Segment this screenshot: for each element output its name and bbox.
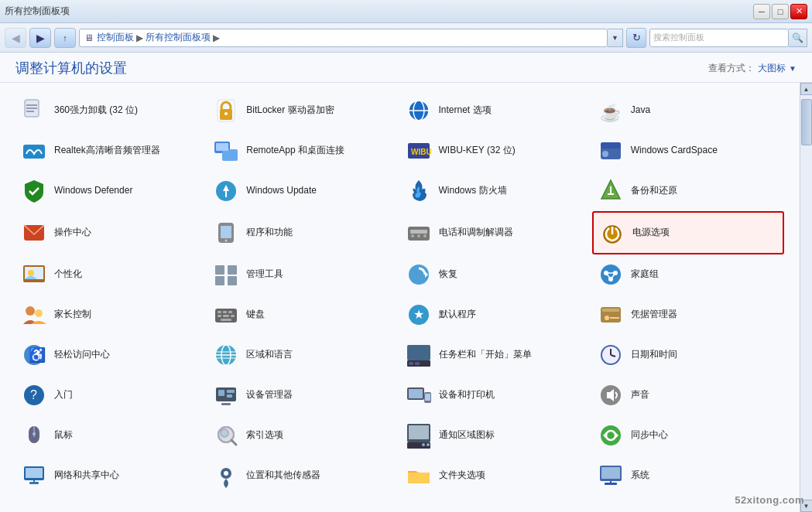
svg-point-115 bbox=[224, 471, 228, 476]
address-dropdown[interactable]: ▼ bbox=[608, 29, 623, 47]
breadcrumb-2[interactable]: 所有控制面板项 bbox=[146, 31, 211, 44]
svg-rect-118 bbox=[605, 483, 617, 485]
item-network[interactable]: 网络和共享中心 bbox=[15, 456, 207, 496]
item-remoteapp[interactable]: RemoteApp 和桌面连接 bbox=[207, 131, 399, 171]
scroll-thumb[interactable] bbox=[801, 99, 812, 145]
item-credential[interactable]: 凭据管理器 bbox=[592, 295, 784, 335]
item-wupdate[interactable]: Windows Update bbox=[207, 171, 399, 211]
refresh-button[interactable]: ↻ bbox=[626, 28, 646, 48]
svg-rect-3 bbox=[26, 111, 34, 112]
item-devmgr-icon bbox=[212, 381, 240, 409]
item-phone[interactable]: 程序和功能 bbox=[207, 211, 399, 254]
item-power[interactable]: 电源选项 bbox=[592, 211, 784, 254]
item-system-label: 系统 bbox=[631, 469, 649, 482]
svg-rect-1 bbox=[26, 104, 37, 106]
item-getstarted[interactable]: ? 入门 bbox=[15, 375, 207, 415]
item-homegroup[interactable]: 家庭组 bbox=[592, 254, 784, 295]
item-devmgr[interactable]: 设备管理器 bbox=[207, 375, 399, 415]
item-bitlocker[interactable]: BitLocker 驱动器加密 bbox=[207, 90, 399, 131]
item-folder-icon bbox=[405, 462, 433, 490]
close-button[interactable]: ✕ bbox=[790, 4, 807, 19]
item-dialup[interactable]: 电话和调制解调器 bbox=[400, 211, 592, 254]
item-parental[interactable]: 家长控制 bbox=[15, 295, 207, 335]
svg-rect-55 bbox=[218, 311, 221, 313]
item-folder[interactable]: 文件夹选项 bbox=[400, 456, 592, 496]
svg-rect-39 bbox=[215, 265, 224, 275]
address-path[interactable]: 🖥 控制面板 ▶ 所有控制面板项 ▶ bbox=[79, 29, 608, 47]
item-realtek[interactable]: Realtek高清晰音频管理器 bbox=[15, 131, 207, 171]
up-button[interactable]: ↑ bbox=[54, 28, 76, 48]
item-sync[interactable]: 同步中心 bbox=[592, 415, 784, 456]
item-region[interactable]: 区域和语言 bbox=[207, 335, 399, 375]
svg-rect-13 bbox=[23, 145, 45, 159]
svg-rect-56 bbox=[223, 311, 227, 313]
maximize-button[interactable]: □ bbox=[772, 4, 789, 19]
content-main: 360强力卸载 (32 位) BitLocker 驱动器加密 Internet … bbox=[0, 83, 812, 512]
svg-rect-41 bbox=[215, 276, 224, 285]
items-grid: 360强力卸载 (32 位) BitLocker 驱动器加密 Internet … bbox=[15, 90, 784, 496]
scroll-up-button[interactable]: ▲ bbox=[800, 83, 813, 95]
item-taskbar[interactable]: 任务栏和「开始」菜单 bbox=[400, 335, 592, 375]
scrollbar[interactable]: ▲ ▼ bbox=[800, 83, 812, 512]
item-datetime[interactable]: 日期和时间 bbox=[592, 335, 784, 375]
item-recovery[interactable]: 恢复 bbox=[400, 254, 592, 295]
view-mode-value[interactable]: 大图标 bbox=[758, 62, 786, 75]
svg-rect-77 bbox=[409, 362, 413, 365]
item-network-icon bbox=[20, 462, 48, 490]
item-wibu-icon: WIBU bbox=[405, 137, 433, 165]
view-mode-selector[interactable]: 查看方式： 大图标 ▼ bbox=[708, 62, 797, 75]
item-sound-label: 声音 bbox=[631, 389, 649, 401]
breadcrumb-1[interactable]: 控制面板 bbox=[97, 31, 134, 44]
item-java[interactable]: ☕ Java bbox=[592, 90, 784, 131]
item-mouse[interactable]: 鼠标 bbox=[15, 415, 207, 456]
item-location[interactable]: 位置和其他传感器 bbox=[207, 456, 399, 496]
item-network-label: 网络和共享中心 bbox=[54, 469, 119, 482]
content-header: 调整计算机的设置 查看方式： 大图标 ▼ bbox=[0, 53, 812, 83]
item-wibu[interactable]: WIBU WIBU-KEY (32 位) bbox=[400, 131, 592, 171]
item-devices[interactable]: 设备和打印机 bbox=[400, 375, 592, 415]
item-system[interactable]: 系统 bbox=[592, 456, 784, 496]
forward-button[interactable]: ▶ bbox=[29, 28, 51, 48]
item-phone-label: 程序和功能 bbox=[246, 227, 293, 239]
item-360-label: 360强力卸载 (32 位) bbox=[54, 104, 138, 117]
item-manage[interactable]: 管理工具 bbox=[207, 254, 399, 295]
item-java-icon: ☕ bbox=[597, 97, 625, 125]
window-title: 所有控制面板项 bbox=[5, 5, 70, 18]
svg-point-52 bbox=[26, 306, 35, 316]
svg-rect-2 bbox=[26, 108, 37, 109]
item-recovery-icon bbox=[405, 261, 433, 288]
scroll-track[interactable] bbox=[800, 95, 813, 500]
item-default[interactable]: ★ 默认程序 bbox=[400, 295, 592, 335]
item-360[interactable]: 360强力卸载 (32 位) bbox=[15, 90, 207, 131]
item-defender[interactable]: Windows Defender bbox=[15, 171, 207, 211]
item-internet[interactable]: Internet 选项 bbox=[400, 90, 592, 131]
item-firewall[interactable]: Windows 防火墙 bbox=[400, 171, 592, 211]
svg-point-66 bbox=[605, 316, 609, 320]
svg-point-106 bbox=[422, 443, 425, 446]
item-homegroup-label: 家庭组 bbox=[631, 268, 659, 281]
item-notif[interactable]: 通知区域图标 bbox=[400, 415, 592, 456]
item-ease[interactable]: ♿ 轻松访问中心 bbox=[15, 335, 207, 375]
item-defender-icon bbox=[20, 177, 48, 205]
minimize-button[interactable]: ─ bbox=[753, 4, 770, 19]
item-indexing-icon bbox=[212, 422, 240, 449]
item-realtek-label: Realtek高清晰音频管理器 bbox=[54, 145, 160, 157]
item-sound[interactable]: 声音 bbox=[592, 375, 784, 415]
item-cardspace[interactable]: Windows CardSpace bbox=[592, 131, 784, 171]
breadcrumb-end: ▶ bbox=[213, 32, 220, 43]
item-indexing[interactable]: 索引选项 bbox=[207, 415, 399, 456]
content-area: 调整计算机的设置 查看方式： 大图标 ▼ 360强力卸载 (32 位) BitL… bbox=[0, 53, 812, 512]
item-datetime-icon bbox=[597, 341, 625, 369]
item-firewall-icon bbox=[405, 177, 433, 205]
search-button[interactable]: 🔍 bbox=[789, 29, 807, 47]
item-backup[interactable]: 备份和还原 bbox=[592, 171, 784, 211]
item-action[interactable]: 操作中心 bbox=[15, 211, 207, 254]
item-taskbar-icon bbox=[405, 341, 433, 369]
item-keyboard[interactable]: 键盘 bbox=[207, 295, 399, 335]
search-box[interactable]: 搜索控制面板 bbox=[649, 29, 789, 47]
back-button[interactable]: ◀ bbox=[5, 28, 26, 48]
item-parental-icon bbox=[20, 301, 48, 329]
svg-rect-87 bbox=[227, 390, 235, 393]
item-region-icon bbox=[212, 341, 240, 369]
item-personal[interactable]: 个性化 bbox=[15, 254, 207, 295]
